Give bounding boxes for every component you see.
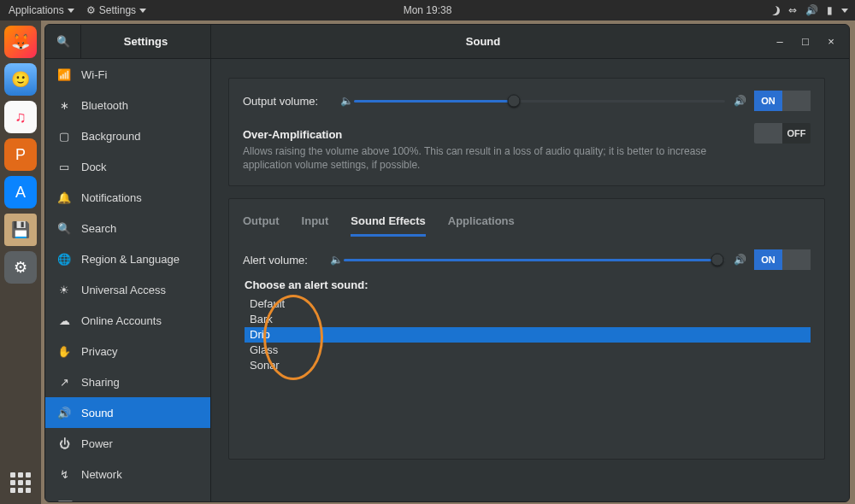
close-button[interactable]: ×: [823, 34, 839, 50]
sidebar-item-label: Region & Language: [81, 253, 180, 266]
sidebar-icon: ∗: [57, 99, 71, 112]
dock-app-settings[interactable]: ⚙: [4, 251, 37, 284]
choose-alert-title: Choose an alert sound:: [245, 278, 811, 291]
sidebar-item-network[interactable]: ↯Network: [45, 459, 210, 489]
sidebar-item-label: Dock: [81, 161, 107, 173]
sidebar-item-label: Universal Access: [81, 284, 166, 296]
switch-on-label: ON: [754, 91, 782, 111]
chevron-right-icon: ›: [198, 499, 202, 501]
top-panel: Applications ⚙ Settings Mon 19:38 ⇔ 🔊 ▮: [0, 0, 855, 21]
maximize-button[interactable]: □: [798, 34, 813, 50]
night-light-icon: [770, 6, 780, 15]
minimize-button[interactable]: –: [772, 34, 787, 50]
chevron-down-icon: [841, 9, 848, 13]
sidebar-item-universal-access[interactable]: ☀Universal Access: [45, 274, 210, 305]
tab-input[interactable]: Input: [302, 211, 329, 237]
sidebar-icon: ⏻: [57, 437, 71, 450]
titlebar: 🔍 Settings Sound – □ ×: [45, 25, 849, 59]
sidebar-item-privacy[interactable]: ✋Privacy: [45, 336, 210, 366]
sidebar-item-background[interactable]: ▢Background: [45, 120, 210, 151]
sidebar-item-sound[interactable]: 🔊Sound: [45, 397, 210, 428]
sidebar-item-power[interactable]: ⏻Power: [45, 428, 210, 459]
dock-app-firefox[interactable]: 🦊: [4, 26, 37, 58]
alert-volume-label: Alert volume:: [243, 254, 328, 267]
effects-card: OutputInputSound EffectsApplications Ale…: [228, 198, 825, 460]
sidebar-item-label: Sharing: [81, 376, 120, 389]
content: Output volume: 🔈 🔊 ON Over-Amplification…: [211, 59, 849, 501]
sidebar: 📶Wi-Fi∗Bluetooth▢Background▭Dock🔔Notific…: [45, 59, 211, 501]
sidebar-item-online-accounts[interactable]: ☁Online Accounts: [45, 305, 210, 336]
sidebar-item-label: Online Accounts: [81, 314, 162, 327]
sidebar-icon: ▢: [57, 130, 71, 143]
sidebar-item-label: Search: [81, 222, 116, 235]
over-amplification-title: Over-Amplification: [243, 128, 746, 141]
chevron-down-icon: [68, 9, 74, 13]
dock-app-appstore[interactable]: A: [4, 176, 37, 208]
active-app-label: Settings: [99, 4, 136, 16]
over-amplification-switch[interactable]: OFF: [754, 123, 811, 144]
sidebar-icon: ☀: [57, 284, 71, 296]
sidebar-item-label: Privacy: [81, 345, 118, 358]
sidebar-title: Settings: [81, 35, 210, 48]
alert-item[interactable]: Glass: [245, 343, 811, 358]
sidebar-icon: 🔔: [57, 191, 71, 204]
applications-menu-label: Applications: [9, 4, 64, 16]
sidebar-icon: ↗: [57, 376, 71, 389]
dock-app-finder[interactable]: 🙂: [4, 63, 37, 96]
output-volume-slider[interactable]: [354, 95, 725, 107]
speaker-high-icon: 🔊: [732, 254, 747, 266]
speaker-low-icon: 🔈: [339, 95, 354, 107]
alert-volume-slider[interactable]: [344, 254, 725, 266]
sidebar-icon: 🔊: [57, 407, 71, 419]
applications-menu[interactable]: Applications: [9, 4, 74, 16]
show-applications-button[interactable]: [8, 470, 33, 495]
active-app-menu[interactable]: ⚙ Settings: [86, 4, 146, 16]
sidebar-item-notifications[interactable]: 🔔Notifications: [45, 182, 210, 213]
switch-off-label: OFF: [782, 123, 811, 144]
sidebar-item-dock[interactable]: ▭Dock: [45, 151, 210, 182]
alert-item[interactable]: Default: [245, 296, 811, 312]
sidebar-item-search[interactable]: 🔍Search: [45, 213, 210, 243]
sidebar-icon: ⌨: [57, 499, 71, 502]
sidebar-item-region-language[interactable]: 🌐Region & Language: [45, 243, 210, 274]
sidebar-item-label: Devices: [81, 499, 121, 502]
alert-switch[interactable]: ON: [754, 249, 811, 270]
clock[interactable]: Mon 19:38: [404, 4, 452, 16]
output-switch[interactable]: ON: [754, 91, 811, 111]
system-tray[interactable]: ⇔ 🔊 ▮: [770, 4, 848, 16]
alert-item[interactable]: Drip: [245, 327, 811, 343]
sidebar-icon: ✋: [57, 345, 71, 358]
sidebar-item-bluetooth[interactable]: ∗Bluetooth: [45, 90, 210, 120]
tab-output[interactable]: Output: [243, 211, 280, 237]
tab-sound-effects[interactable]: Sound Effects: [351, 211, 425, 237]
sidebar-item-label: Network: [81, 468, 122, 481]
sidebar-icon: ↯: [57, 468, 71, 481]
dock-app-slides[interactable]: P: [4, 138, 37, 171]
sidebar-icon: 📶: [57, 68, 71, 81]
dock-app-music[interactable]: ♫: [4, 101, 37, 133]
sidebar-item-label: Wi-Fi: [81, 68, 107, 81]
tab-applications[interactable]: Applications: [448, 211, 515, 237]
sidebar-icon: ☁: [57, 314, 71, 327]
dock: 🦊 🙂 ♫ P A 💾 ⚙: [0, 21, 41, 504]
speaker-low-icon: 🔈: [328, 254, 344, 266]
battery-icon: ▮: [827, 4, 833, 16]
dock-app-drive[interactable]: 💾: [4, 214, 37, 246]
sidebar-item-label: Bluetooth: [81, 99, 128, 112]
sidebar-item-label: Background: [81, 130, 140, 143]
settings-window: 🔍 Settings Sound – □ × 📶Wi-Fi∗Bluetooth▢…: [44, 24, 850, 502]
sidebar-item-label: Sound: [81, 407, 114, 419]
gear-icon: ⚙: [86, 4, 96, 16]
output-card: Output volume: 🔈 🔊 ON Over-Amplification…: [228, 78, 825, 186]
alert-item[interactable]: Bark: [245, 312, 811, 327]
network-icon: ⇔: [788, 4, 797, 16]
sidebar-item-wi-fi[interactable]: 📶Wi-Fi: [45, 59, 210, 90]
sidebar-item-sharing[interactable]: ↗Sharing: [45, 366, 210, 397]
alert-item[interactable]: Sonar: [245, 358, 811, 373]
sidebar-item-label: Power: [81, 437, 113, 450]
sidebar-icon: ▭: [57, 161, 71, 173]
sidebar-item-devices[interactable]: ⌨Devices›: [45, 489, 210, 501]
search-button[interactable]: 🔍: [45, 25, 81, 58]
volume-icon: 🔊: [805, 4, 818, 16]
sidebar-icon: 🌐: [57, 253, 71, 266]
